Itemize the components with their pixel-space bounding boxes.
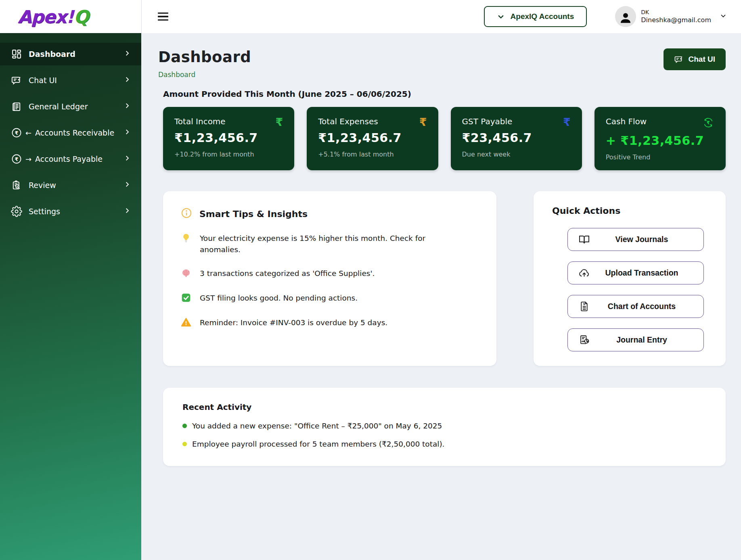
sidebar-item-settings[interactable]: Settings [0,200,141,223]
tip-text: GST filing looks good. No pending action… [200,293,358,304]
brain-icon [181,268,191,280]
quick-actions-list: View Journals Upload Transaction $ [548,228,711,351]
sidebar-item-review[interactable]: Review [0,174,141,196]
middle-row: Smart Tips & Insights Your electricity e… [163,191,726,366]
ledger-icon [10,100,23,113]
rupee-icon: ₹ [275,117,283,127]
tip-item: Your electricity expense is 15% higher t… [181,233,479,255]
gear-icon [10,205,23,217]
chart-of-accounts-icon: $ [578,301,590,312]
recent-activity-text: You added a new expense: "Office Rent – … [192,422,442,430]
rupee-circle-icon: ₹ [10,153,23,165]
sidebar-item-general-ledger[interactable]: General Ledger [0,95,141,118]
sidebar-item-accounts-payable[interactable]: ₹ → Accounts Payable [0,148,141,170]
chevron-right-icon [124,155,131,163]
stat-label: GST Payable [462,117,513,126]
upload-cloud-icon [578,267,590,279]
sidebar-item-label: Chat UI [29,76,57,85]
chevron-right-icon [124,102,131,111]
stat-note: Positive Trend [606,153,714,161]
sidebar-item-label: Settings [29,207,60,216]
chat-ui-button-label: Chat UI [689,55,716,64]
quick-action-label: Upload Transaction [590,268,693,278]
page-title: Dashboard [158,48,251,66]
accounts-button-label: ApexIQ Accounts [511,12,574,21]
person-icon [619,11,632,25]
sidebar-nav: Dashboard Chat UI General Ledger ₹ [0,43,141,223]
recent-activity-title: Recent Activity [182,402,706,412]
svg-text:₹: ₹ [15,130,19,136]
chevron-right-icon [124,50,131,59]
review-clipboard-icon [10,179,23,191]
sidebar-item-label: Review [29,181,56,190]
breadcrumb[interactable]: Dashboard [158,71,251,79]
status-dot-green [182,424,187,428]
arrow-right-icon: → [25,155,31,163]
journal-book-icon [578,234,590,245]
warning-icon [181,317,191,329]
topbar: ApexIQ Accounts DK Dineshka@gmail.com [141,0,741,33]
chat-sparkle-icon [10,74,23,86]
chat-sparkle-icon [674,54,684,64]
quick-action-label: Chart of Accounts [590,302,693,311]
check-icon [181,293,191,305]
sidebar: Apex!Q Dashboard Chat UI [0,0,141,560]
apexiq-logo[interactable]: Apex!Q [18,6,88,27]
quick-action-label: View Journals [590,235,693,244]
stat-value: + ₹1,23,456.7 [606,134,714,148]
user-menu[interactable]: DK Dineshka@gmail.com [615,6,727,27]
page-header: Dashboard Dashboard Chat UI [158,48,726,79]
chevron-down-icon [497,13,505,21]
user-name: DK [641,9,711,16]
dashboard-icon [10,48,23,60]
cash-cycle-icon: ₹ [702,117,714,130]
smart-tips-title: Smart Tips & Insights [199,209,308,219]
stat-value: ₹1,23,456.7 [174,131,283,145]
chevron-right-icon [124,207,131,216]
title-block: Dashboard Dashboard [158,48,251,79]
rupee-icon: ₹ [419,117,427,127]
stat-card-total-expenses: Total Expenses ₹ ₹1,23,456.7 +5.1% from … [307,107,438,170]
accounts-dropdown-button[interactable]: ApexIQ Accounts [484,6,587,27]
stat-note: +10.2% from last month [174,150,283,158]
recent-activity-item: You added a new expense: "Office Rent – … [182,422,706,430]
smart-tips-header: Smart Tips & Insights [181,207,479,220]
quick-actions-title: Quick Actions [552,206,711,216]
svg-text:₹: ₹ [707,120,710,125]
stat-label: Total Expenses [318,117,378,126]
upload-transaction-button[interactable]: Upload Transaction [567,261,704,284]
stat-card-total-income: Total Income ₹ ₹1,23,456.7 +10.2% from l… [163,107,294,170]
journal-entry-button[interactable]: Journal Entry [567,328,704,351]
view-journals-button[interactable]: View Journals [567,228,704,251]
sidebar-item-dashboard[interactable]: Dashboard [0,43,141,65]
chart-of-accounts-button[interactable]: $ Chart of Accounts [567,295,704,318]
sidebar-item-label: Accounts Payable [35,155,103,163]
smart-tips-card: Smart Tips & Insights Your electricity e… [163,191,496,366]
chat-ui-button[interactable]: Chat UI [664,48,726,70]
recent-activity-text: Employee payroll processed for 5 team me… [192,440,444,448]
sidebar-item-chat-ui[interactable]: Chat UI [0,69,141,92]
stat-card-cash-flow: Cash Flow ₹ + ₹1,23,456.7 Positive Trend [594,107,726,170]
hamburger-menu-icon[interactable] [158,13,168,21]
tip-text: 3 transactions categorized as 'Office Su… [200,268,375,279]
tip-item: GST filing looks good. No pending action… [181,293,479,305]
arrow-left-icon: ← [25,129,31,137]
bulb-icon [181,233,191,245]
avatar [615,6,636,27]
stat-label: Cash Flow [606,117,647,126]
rupee-icon: ₹ [563,117,571,127]
chevron-right-icon [124,76,131,85]
tip-item: 3 transactions categorized as 'Office Su… [181,268,479,280]
user-email: Dineshka@gmail.com [641,16,711,24]
sidebar-item-label: Accounts Receivable [35,128,114,137]
content-area: Dashboard Dashboard Chat UI Amount Provi… [141,33,741,560]
stat-note: +5.1% from last month [318,150,427,158]
logo-text-apex: Apex [18,6,66,27]
chevron-down-icon[interactable] [719,12,727,21]
info-icon [181,207,192,220]
rupee-circle-icon: ₹ [10,127,23,139]
logo-text-q: Q [74,6,88,27]
sidebar-item-accounts-receivable[interactable]: ₹ ← Accounts Receivable [0,121,141,144]
chevron-right-icon [124,181,131,190]
tip-text: Your electricity expense is 15% higher t… [200,233,442,255]
